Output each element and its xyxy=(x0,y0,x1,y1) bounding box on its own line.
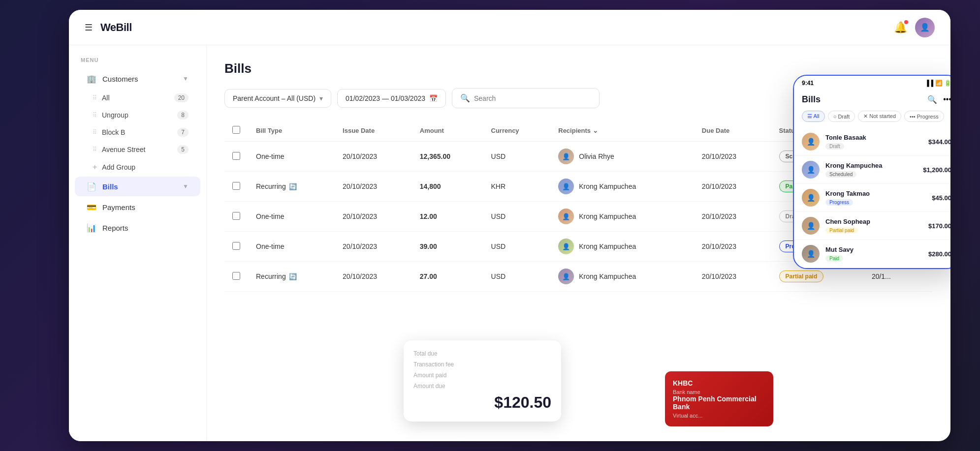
bank-card-logo: KHBC xyxy=(673,379,765,387)
currency-cell: USD xyxy=(483,262,551,292)
issue-date-cell: 20/10/2023 xyxy=(335,262,412,292)
recipient-cell: 👤 Krong Kampuchea xyxy=(550,262,694,292)
ungroup-label: Ungroup xyxy=(102,111,177,119)
page-title: Bills xyxy=(224,61,933,76)
payment-receipt-card: Total due Transaction fee Amount paid Am… xyxy=(404,340,561,421)
recipient-name: Olivia Rhye xyxy=(579,152,614,160)
date-range-value: 01/02/2023 — 01/03/2023 xyxy=(346,94,425,102)
amount-cell: 27.00 xyxy=(412,262,483,292)
phone-time: 9:41 xyxy=(802,80,814,87)
phone-item-badge: Scheduled xyxy=(825,171,856,178)
main-card: ☰ WeBill 🔔 👤 MENU 🏢 Customers ▼ ⠿ xyxy=(69,10,950,441)
row-checkbox-cell[interactable] xyxy=(224,142,248,172)
recipient-cell: 👤 Olivia Rhye xyxy=(550,142,694,172)
calendar-icon: 📅 xyxy=(429,94,438,102)
phone-item-badge: Draft xyxy=(825,143,844,150)
recurring-label: Recurring xyxy=(256,182,286,190)
add-group-row[interactable]: + Add Group xyxy=(81,159,200,176)
drag-icon: ⠿ xyxy=(93,129,97,136)
issue-date-cell: 20/10/2023 xyxy=(335,142,412,172)
due-date-cell: 20/10/2023 xyxy=(694,262,771,292)
sidebar-item-all[interactable]: ⠿ All 20 xyxy=(81,90,200,106)
row-checkbox[interactable] xyxy=(232,182,240,190)
phone-title: Bills xyxy=(802,94,821,105)
recipient-name: Krong Kampuchea xyxy=(579,182,636,190)
search-input[interactable] xyxy=(474,94,591,102)
block-b-badge: 7 xyxy=(177,128,189,137)
avenue-badge: 5 xyxy=(177,145,189,154)
sidebar-item-customers[interactable]: 🏢 Customers ▼ xyxy=(75,69,200,89)
phone-item-name: Krong Takmao xyxy=(825,190,926,197)
row-checkbox-cell[interactable] xyxy=(224,202,248,232)
recipient-cell: 👤 Krong Kampuchea xyxy=(550,172,694,202)
bill-type-cell: Recurring 🔄 xyxy=(248,172,335,202)
phone-list-item: 👤 Chen Sopheap Partial paid $170.00 xyxy=(794,212,950,240)
avenue-label: Avenue Street xyxy=(102,146,177,153)
phone-list-item: 👤 Krong Takmao Progress $45.00 xyxy=(794,184,950,212)
virtual-account-label: Virtual acc... xyxy=(673,413,765,419)
row-checkbox-cell[interactable] xyxy=(224,232,248,262)
reports-icon: 📊 xyxy=(87,223,96,233)
chevron-down-icon: ▼ xyxy=(183,183,189,190)
row-checkbox[interactable] xyxy=(232,272,240,280)
currency-cell: USD xyxy=(483,142,551,172)
phone-avatar: 👤 xyxy=(802,133,820,150)
amount-cell: 14,800 xyxy=(412,172,483,202)
notification-dot xyxy=(904,20,908,24)
content-area: MENU 🏢 Customers ▼ ⠿ All 20 ⠿ Ungroup 8 xyxy=(69,45,950,441)
recipient-avatar: 👤 xyxy=(558,239,574,254)
phone-more-icon[interactable]: ••• xyxy=(943,95,950,104)
phone-item-name: Chen Sopheap xyxy=(825,218,922,225)
sidebar-item-reports[interactable]: 📊 Reports xyxy=(75,218,200,238)
select-all-header[interactable] xyxy=(224,120,248,142)
select-all-checkbox[interactable] xyxy=(232,126,240,134)
account-selector[interactable]: Parent Account – All (USD) ▾ xyxy=(224,89,331,108)
customers-sub-items: ⠿ All 20 ⠿ Ungroup 8 ⠿ Block B 7 ⠿ Avenu… xyxy=(69,90,206,176)
recipient-cell: 👤 Krong Kampuchea xyxy=(550,232,694,262)
avatar[interactable]: 👤 xyxy=(915,18,935,37)
sidebar-item-ungroup[interactable]: ⠿ Ungroup 8 xyxy=(81,107,200,123)
phone-avatar: 👤 xyxy=(802,245,820,263)
receipt-amount-due-row: Amount due xyxy=(413,383,551,390)
row-checkbox-cell[interactable] xyxy=(224,262,248,292)
row-checkbox[interactable] xyxy=(232,152,240,160)
issue-date-cell: 20/10/2023 xyxy=(335,172,412,202)
row-checkbox[interactable] xyxy=(232,212,240,220)
sidebar-item-avenue[interactable]: ⠿ Avenue Street 5 xyxy=(81,141,200,158)
chevron-down-icon: ▼ xyxy=(183,75,189,82)
account-label: Parent Account – All (USD) xyxy=(233,94,316,102)
recipient-avatar: 👤 xyxy=(558,209,574,224)
sidebar-item-block-b[interactable]: ⠿ Block B 7 xyxy=(81,124,200,141)
phone-tab-all[interactable]: ☰ All xyxy=(802,111,825,122)
sidebar: MENU 🏢 Customers ▼ ⠿ All 20 ⠿ Ungroup 8 xyxy=(69,45,207,441)
sidebar-item-bills[interactable]: 📄 Bills ▼ xyxy=(75,177,200,196)
row-checkbox[interactable] xyxy=(232,242,240,250)
date-range-picker[interactable]: 01/02/2023 — 01/03/2023 📅 xyxy=(337,89,446,108)
phone-item-info: Krong Kampuchea Scheduled xyxy=(825,162,917,178)
phone-tab-not-started[interactable]: ✕ Not started xyxy=(858,111,901,122)
recurring-label: Recurring xyxy=(256,272,286,280)
recipient-cell: 👤 Krong Kampuchea xyxy=(550,202,694,232)
phone-item-name: Tonle Basaak xyxy=(825,134,922,141)
receipt-amount-paid-label: Amount paid xyxy=(413,372,446,379)
recipient-avatar: 👤 xyxy=(558,269,574,284)
phone-search-icon[interactable]: 🔍 xyxy=(927,95,937,104)
phone-avatar: 👤 xyxy=(802,217,820,235)
customers-icon: 🏢 xyxy=(87,74,96,84)
phone-item-amount: $170.00 xyxy=(928,222,950,230)
main-content: Bills Parent Account – All (USD) ▾ 01/02… xyxy=(207,45,950,441)
recurring-icon: 🔄 xyxy=(289,183,297,190)
menu-icon[interactable]: ☰ xyxy=(85,22,93,33)
sidebar-item-payments[interactable]: 💳 Payments xyxy=(75,197,200,217)
search-box: 🔍 xyxy=(452,88,600,108)
phone-item-badge: Partial paid xyxy=(825,227,858,234)
reports-label: Reports xyxy=(102,224,189,232)
phone-tab-progress[interactable]: ••• Progress xyxy=(904,111,944,122)
phone-tab-draft[interactable]: ○ Draft xyxy=(828,111,855,122)
row-checkbox-cell[interactable] xyxy=(224,172,248,202)
block-b-label: Block B xyxy=(102,128,177,136)
issue-date-cell: 20/10/2023 xyxy=(335,232,412,262)
payments-label: Payments xyxy=(102,203,189,211)
notification-icon[interactable]: 🔔 xyxy=(894,21,907,34)
phone-item-info: Mut Savy Paid xyxy=(825,246,922,262)
